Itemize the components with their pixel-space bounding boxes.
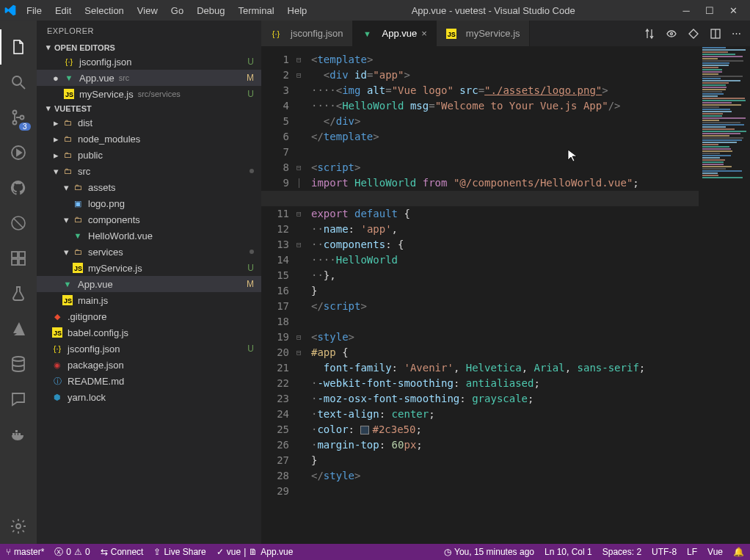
git-branch[interactable]: ⑂ master* — [6, 547, 44, 557]
chevron-icon[interactable]: ▸ — [51, 134, 60, 145]
notifications-icon[interactable]: 🔔 — [733, 547, 744, 557]
github-icon[interactable] — [0, 170, 37, 206]
file-item[interactable]: ▼App.vueM — [37, 276, 261, 292]
svg-rect-6 — [12, 252, 18, 258]
file-name: jsconfig.json — [68, 343, 120, 354]
open-editors-header[interactable]: ▾OPEN EDITORS — [37, 41, 261, 54]
folder-item[interactable]: ▾🗀assets — [37, 179, 261, 195]
docker-icon[interactable] — [0, 417, 37, 452]
file-item[interactable]: JSbabel.config.js — [37, 324, 261, 341]
editor-tabs: {·}jsconfig.json▼App.vue×JSmyService.js … — [261, 21, 750, 46]
file-name: myService.js — [88, 263, 142, 274]
menu-selection[interactable]: Selection — [79, 4, 129, 18]
open-editor-item[interactable]: {·}jsconfig.jsonU — [37, 54, 261, 70]
close-icon[interactable]: ✕ — [728, 5, 738, 15]
editor-tab[interactable]: JSmyService.js — [437, 21, 530, 46]
fold-gutter[interactable]: ⊟⊟⊟│⊟⊟⊟⊟ — [296, 46, 310, 544]
editor-tab[interactable]: {·}jsconfig.json — [261, 21, 353, 46]
encoding[interactable]: UTF-8 — [652, 547, 677, 557]
folder-item[interactable]: ▸🗀node_modules — [37, 131, 261, 147]
git-blame[interactable]: ◷ You, 15 minutes ago — [444, 547, 534, 557]
cursor-position[interactable]: Ln 10, Col 1 — [545, 547, 592, 557]
connect[interactable]: ⇆ Connect — [101, 547, 144, 557]
svg-rect-7 — [12, 259, 18, 265]
lang-server[interactable]: ✓ vue | 🗎 App.vue — [216, 547, 294, 557]
git-status: M — [247, 73, 254, 83]
language-mode[interactable]: Vue — [707, 547, 723, 557]
compare-icon[interactable] — [644, 28, 655, 40]
folder-item[interactable]: ▾🗀src — [37, 163, 261, 179]
file-item[interactable]: ▣logo.png — [37, 195, 261, 211]
chevron-icon[interactable]: ▾ — [51, 166, 60, 177]
chevron-icon[interactable]: ▾ — [62, 214, 70, 225]
folder-item[interactable]: ▾🗀services — [37, 244, 261, 260]
code-content[interactable]: <template> <div id="app"> ····<img alt="… — [310, 46, 645, 544]
main-area: 3 EXPLORER ▾OPEN EDITORS {·}jsconfig.jso… — [0, 21, 750, 544]
chevron-icon[interactable]: ▸ — [51, 117, 60, 128]
file-name: main.js — [78, 295, 108, 306]
liveshare[interactable]: ⇪ Live Share — [153, 547, 205, 557]
folder-item[interactable]: ▾🗀components — [37, 211, 261, 228]
file-item[interactable]: ◆.gitignore — [37, 308, 261, 324]
maximize-icon[interactable]: ☐ — [705, 5, 715, 15]
project-label: VUETEST — [54, 104, 92, 113]
format-icon[interactable] — [688, 28, 699, 40]
chevron-icon[interactable]: ▸ — [51, 150, 60, 161]
status-bar: ⑂ master* ⓧ 0 ⚠ 0 ⇆ Connect ⇪ Live Share… — [0, 544, 750, 560]
open-editor-item[interactable]: ●▼App.vuesrcM — [37, 70, 261, 86]
settings-gear-icon[interactable] — [0, 509, 37, 544]
menu-edit[interactable]: Edit — [49, 4, 77, 18]
git-status: U — [247, 343, 254, 354]
file-name: yarn.lock — [68, 392, 106, 403]
file-name: dist — [78, 117, 92, 128]
file-item[interactable]: {·}jsconfig.jsonU — [37, 341, 261, 357]
tab-close-icon[interactable]: × — [421, 28, 427, 39]
explorer-icon[interactable] — [0, 29, 37, 65]
open-editor-item[interactable]: JSmyService.jssrc/servicesU — [37, 86, 261, 102]
more-icon[interactable]: ⋯ — [732, 28, 741, 39]
editor-tab[interactable]: ▼App.vue× — [353, 21, 437, 46]
file-name: package.json — [68, 360, 124, 371]
menu-file[interactable]: File — [21, 4, 48, 18]
file-item[interactable]: ◉package.json — [37, 357, 261, 373]
file-name: App.vue — [79, 73, 114, 84]
debug-icon[interactable] — [0, 135, 37, 170]
file-item[interactable]: JSmain.js — [37, 292, 261, 308]
database-icon[interactable] — [0, 346, 37, 382]
file-item[interactable]: ⓘREADME.md — [37, 373, 261, 389]
window-title: App.vue - vuetest - Visual Studio Code — [313, 5, 674, 16]
menu-terminal[interactable]: Terminal — [232, 4, 280, 18]
search-icon[interactable] — [0, 65, 37, 100]
minimize-icon[interactable]: ─ — [681, 5, 691, 15]
folder-item[interactable]: ▸🗀public — [37, 147, 261, 163]
problems[interactable]: ⓧ 0 ⚠ 0 — [54, 546, 90, 559]
indent[interactable]: Spaces: 2 — [602, 547, 641, 557]
close-icon[interactable]: ● — [50, 73, 62, 84]
file-item[interactable]: JSmyService.jsU — [37, 260, 261, 276]
eol[interactable]: LF — [687, 547, 697, 557]
preview-icon[interactable] — [666, 28, 677, 40]
chat-icon[interactable] — [0, 382, 37, 417]
git-dot-icon — [250, 250, 254, 254]
split-editor-icon[interactable] — [710, 28, 721, 40]
azure-icon[interactable] — [0, 311, 37, 346]
menu-debug[interactable]: Debug — [191, 4, 230, 18]
menu-view[interactable]: View — [131, 4, 164, 18]
code-area[interactable]: 1234567891011121314151617181920212223242… — [261, 46, 750, 544]
folder-item[interactable]: ▸🗀dist — [37, 114, 261, 131]
minimap[interactable] — [699, 46, 750, 544]
menu-go[interactable]: Go — [165, 4, 189, 18]
chevron-icon[interactable]: ▾ — [62, 247, 70, 258]
no-bug-icon[interactable] — [0, 206, 37, 241]
chevron-icon[interactable]: ▾ — [62, 182, 70, 193]
menu-help[interactable]: Help — [282, 4, 313, 18]
project-header[interactable]: ▾VUETEST — [37, 102, 261, 114]
file-item[interactable]: ▼HelloWorld.vue — [37, 228, 261, 244]
file-tree: ▸🗀dist▸🗀node_modules▸🗀public▾🗀src▾🗀asset… — [37, 114, 261, 405]
extensions-icon[interactable] — [0, 241, 37, 276]
line-numbers: 1234567891011121314151617181920212223242… — [261, 46, 296, 544]
file-item[interactable]: ⬢yarn.lock — [37, 389, 261, 405]
test-icon[interactable] — [0, 276, 37, 311]
svg-rect-9 — [19, 252, 25, 258]
source-control-icon[interactable]: 3 — [0, 100, 37, 135]
